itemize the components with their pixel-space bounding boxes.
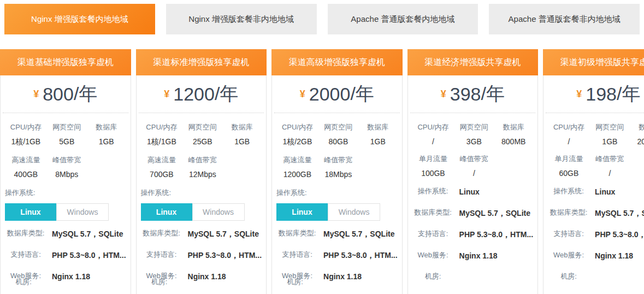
spec-grid: CPU/内存1核/1GB 网页空间25GB 数据库1GB 高速流量700GB 峰… [137, 113, 267, 179]
windows-button[interactable]: Windows [56, 203, 109, 221]
spec-label: 数据库 [87, 122, 126, 132]
plan-title: 渠道高级增强版独享虚机 [271, 49, 403, 75]
spec-label: 数据库 [494, 122, 533, 132]
spec-label: CPU/内存 [5, 122, 47, 132]
spec-value: 25GB [182, 137, 222, 146]
windows-button[interactable]: Windows [192, 203, 245, 221]
os-label: 操作系统: [141, 188, 267, 198]
windows-button[interactable]: Windows [328, 203, 380, 221]
web-service-label: Web服务: [412, 250, 454, 261]
os-label: 操作系统: [5, 188, 131, 198]
spec-value: 1200GB [276, 170, 318, 179]
spec-value: 1GB [87, 137, 126, 146]
spec-label: 数据库 [358, 122, 398, 132]
db-type-value: MySQL 5.7，SQLite [188, 228, 262, 239]
web-service-value: Nginx 1.18 [459, 250, 534, 261]
plan-card-economy: 渠道经济增强版共享虚机 ¥398/年 CPU/内存/ 网页空间3GB 数据库80… [407, 49, 539, 294]
spec-value: / [454, 169, 494, 178]
yen-symbol: ¥ [300, 89, 305, 100]
price-amount: 1200 [173, 84, 215, 105]
linux-button[interactable]: Linux [141, 203, 192, 221]
datacenter-row: 机房: [548, 272, 644, 282]
language-label: 支持语言: [5, 250, 46, 260]
language-value: PHP 5.3~8.0，HTM... [188, 250, 262, 261]
spec-label: 高速流量 [141, 155, 183, 165]
datacenter-label: 机房: [276, 277, 314, 287]
language-value: PHP 5.3~8.0，HTM... [52, 250, 126, 261]
spec-label: 网页空间 [182, 122, 222, 132]
spec-value: 8Mbps [47, 170, 87, 179]
spec-value: 1GB [358, 137, 398, 146]
tab-nginx-enhanced-mainland[interactable]: Nginx 增强版套餐内地地域 [4, 4, 155, 34]
spec-label: 单月流量 [412, 154, 454, 164]
spec-value: 3GB [454, 137, 494, 146]
language-label: 支持语言: [276, 250, 318, 260]
os-value: Linux [595, 186, 644, 197]
plan-price: ¥800/年 [3, 75, 128, 113]
spec-value: 18Mbps [318, 170, 358, 179]
spec-value: 80GB [318, 137, 358, 146]
language-value: PHP 5.3~8.0，HTM... [323, 250, 398, 261]
spec-value: 200MB [630, 137, 644, 146]
spec-label: 峰值带宽 [47, 155, 87, 165]
language-row: 支持语言: PHP 5.3~8.0，HTM... [548, 229, 644, 240]
spec-value: 1核/1GB [5, 137, 47, 147]
price-amount: 800 [43, 84, 74, 105]
datacenter-label: 机房: [141, 277, 178, 287]
datacenter-label: 机房: [548, 272, 589, 282]
yen-symbol: ¥ [33, 89, 39, 100]
linux-button[interactable]: Linux [5, 203, 56, 221]
spec-value: 800MB [494, 137, 533, 146]
db-type-row: 数据库类型: MySQL 5.7，SQLite [412, 208, 534, 219]
spec-label: CPU/内存 [412, 122, 454, 132]
spec-value: 60GB [548, 169, 590, 178]
language-value: PHP 5.3~8.0，HTM... [459, 229, 534, 240]
plan-title: 渠道标准增强版独享虚机 [136, 49, 267, 75]
web-service-row: Web服务: Nginx 1.18 [548, 250, 644, 261]
web-service-value: Nginx 1.18 [595, 250, 644, 261]
spec-label: 单月流量 [548, 154, 590, 164]
linux-button[interactable]: Linux [276, 203, 328, 221]
web-service-row: Web服务: 机房: Nginx 1.18 [141, 271, 262, 282]
spec-label: CPU/内存 [141, 122, 183, 132]
spec-label: 网页空间 [454, 122, 494, 132]
price-amount: 398 [450, 84, 481, 105]
language-row: 支持语言: PHP 5.3~8.0，HTM... [5, 250, 126, 261]
plan-title: 渠道经济增强版共享虚机 [407, 49, 539, 75]
tab-apache-standard-non-mainland[interactable]: Apache 普通版套餐非内地地域 [489, 4, 640, 34]
db-type-label: 数据库类型: [548, 208, 589, 218]
language-row: 支持语言: PHP 5.3~8.0，HTM... [412, 229, 534, 240]
spec-label: 网页空间 [590, 122, 630, 132]
tab-apache-standard-mainland[interactable]: Apache 普通版套餐内地地域 [328, 4, 478, 34]
spec-label: CPU/内存 [276, 122, 318, 132]
db-type-value: MySQL 5.7，SQLite [323, 228, 398, 239]
spec-label: 高速流量 [5, 155, 47, 165]
os-toggle: Linux Windows [5, 203, 109, 221]
web-service-label: Web服务: [548, 250, 589, 261]
yen-symbol: ¥ [164, 89, 169, 100]
spec-value: 5GB [47, 137, 87, 146]
db-type-label: 数据库类型: [5, 228, 46, 239]
spec-label: 峰值带宽 [590, 154, 630, 164]
spec-grid: CPU/内存1核/2GB 网页空间80GB 数据库1GB 高速流量1200GB … [272, 113, 402, 179]
db-type-row: 数据库类型: MySQL 5.7，SQLite [276, 228, 398, 239]
plan-cards-row: 渠道基础增强版独享虚机 ¥800/年 CPU/内存1核/1GB 网页空间5GB … [0, 49, 644, 294]
spec-value: 1GB [222, 137, 262, 146]
language-label: 支持语言: [141, 250, 182, 260]
db-type-value: MySQL 5.7，SQLite [595, 208, 644, 219]
spec-label: 网页空间 [318, 122, 358, 132]
price-unit: /年 [617, 81, 640, 107]
os-label: 操作系统: [276, 188, 402, 198]
language-row: 支持语言: PHP 5.3~8.0，HTM... [141, 250, 262, 261]
tab-nginx-enhanced-non-mainland[interactable]: Nginx 增强版套餐非内地地域 [166, 4, 317, 34]
datacenter-label: 机房: [5, 277, 42, 287]
os-label: 操作系统: [412, 186, 454, 197]
language-value: PHP 5.3~8.0，HTM... [595, 229, 644, 240]
price-amount: 198 [586, 84, 617, 105]
price-amount: 2000 [309, 84, 351, 105]
db-type-label: 数据库类型: [276, 228, 318, 239]
spec-label: CPU/内存 [548, 122, 590, 132]
db-type-label: 数据库类型: [141, 228, 182, 239]
spec-label: 峰值带宽 [182, 155, 222, 165]
spec-value: 100GB [412, 169, 454, 178]
